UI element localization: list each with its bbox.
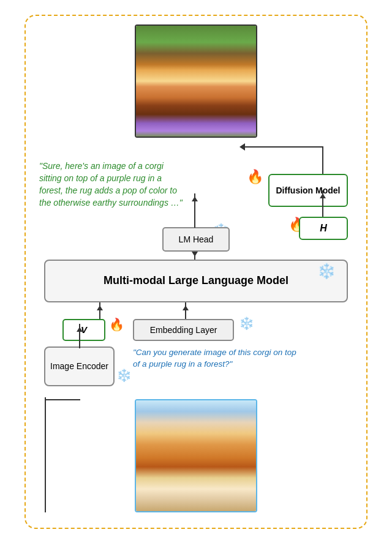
snowflake-image-encoder: ❄️ — [116, 368, 132, 383]
lm-head-box: LM Head — [162, 227, 230, 252]
snowflake-embedding: ❄️ — [239, 316, 254, 331]
connector-bottom-vertical — [45, 397, 46, 512]
fire-icon-v: 🔥 — [109, 317, 124, 332]
snowflake-mllm: ❄️ — [317, 263, 336, 280]
lm-head-label: LM Head — [179, 234, 214, 244]
mllm-label: Multi-modal Large Language Model — [104, 274, 288, 287]
connector-bottom-horizontal — [45, 399, 80, 400]
bottom-input-image — [135, 399, 257, 512]
arrow-lm-head-down — [194, 252, 195, 260]
arrow-encoder-to-v — [79, 324, 80, 348]
arrow-h-to-diffusion — [322, 190, 323, 217]
top-generated-image — [135, 24, 257, 138]
embedding-layer-label: Embedding Layer — [150, 325, 217, 335]
arrow-diffusion-to-top-image — [245, 146, 323, 148]
image-encoder-label: Image Encoder — [50, 361, 108, 372]
corgi-bottom-visual — [136, 400, 256, 511]
corgi-top-visual — [136, 26, 256, 137]
diffusion-model-box: Diffusion Model — [268, 174, 348, 207]
mllm-box: Multi-modal Large Language Model — [44, 260, 348, 302]
arrow-lm-head-up — [194, 193, 195, 228]
diffusion-model-label: Diffusion Model — [276, 185, 341, 195]
image-encoder-box: Image Encoder — [44, 346, 115, 386]
h-box-label: H — [320, 223, 327, 234]
h-box: H — [299, 217, 348, 240]
output-quote: "Sure, here's an image of a corgi sittin… — [39, 160, 186, 209]
diagram-container: "Sure, here's an image of a corgi sittin… — [24, 15, 368, 529]
v-box: V — [62, 319, 105, 341]
fire-icon-diffusion: 🔥 — [247, 169, 263, 185]
embedding-layer-box: Embedding Layer — [133, 319, 234, 341]
input-quote: "Can you generate image of this corgi on… — [133, 346, 304, 370]
